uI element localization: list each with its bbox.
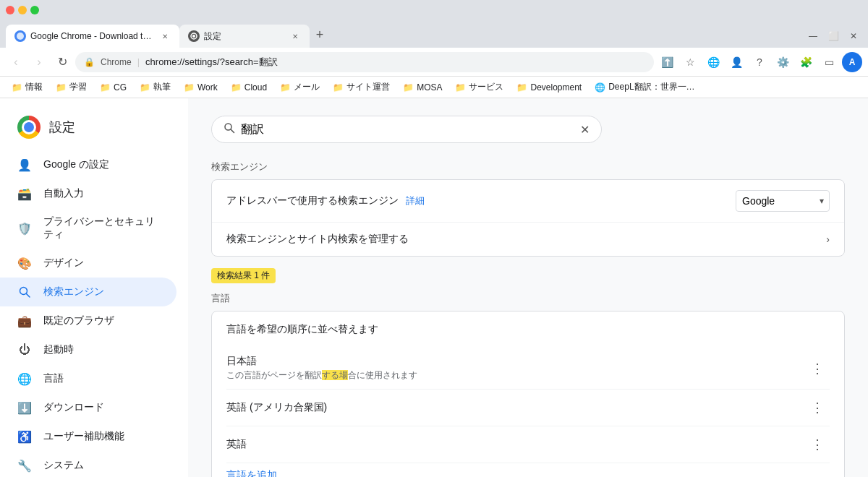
search-engine-card: アドレスバーで使用する検索エンジン 詳細 Google Bing Yahoo! … — [211, 179, 845, 257]
clear-search-button[interactable]: ✕ — [580, 123, 590, 137]
window-controls[interactable] — [6, 6, 39, 14]
help-button[interactable]: ? — [749, 52, 770, 72]
tab-1-favicon — [14, 30, 26, 42]
close-button[interactable] — [6, 6, 14, 14]
tab-2[interactable]: 設定 ✕ — [179, 25, 310, 48]
language-menu-button-english-us[interactable]: ⋮ — [805, 397, 830, 418]
bookmark-writing[interactable]: 📁 執筆 — [134, 78, 176, 96]
share-button[interactable]: ⬆️ — [657, 52, 677, 72]
sidebar-item-language[interactable]: 🌐 言語 — [0, 364, 176, 393]
minimize-button[interactable] — [18, 6, 27, 14]
bookmarks-bar: 📁 情報 📁 学習 📁 CG 📁 執筆 📁 Work 📁 Cloud 📁 メール… — [0, 77, 868, 98]
bookmark-deepl[interactable]: 🌐 DeepL翻訳：世界一… — [589, 78, 700, 96]
sidebar-item-accessibility[interactable]: ♿ ユーザー補助機能 — [0, 422, 176, 451]
extensions-button[interactable]: 🧩 — [796, 52, 816, 72]
manage-search-engines-row[interactable]: 検索エンジンとサイト内検索を管理する › — [212, 223, 844, 256]
bookmark-site-management[interactable]: 📁 サイト運営 — [327, 78, 396, 96]
content-area: ✕ 検索エンジン アドレスバーで使用する検索エンジン 詳細 Google Bin… — [188, 98, 868, 477]
bookmark-label: CG — [114, 82, 127, 93]
language-item-japanese: 日本語 この言語がページを翻訳する場合に使用されます ⋮ — [226, 348, 830, 390]
language-item-english-us: 英語 (アメリカ合衆国) ⋮ — [226, 390, 830, 426]
tab-controls: — ⬜ ✕ — [799, 27, 868, 45]
sidebar-item-downloads[interactable]: ⬇️ ダウンロード — [0, 393, 176, 422]
language-desc-japanese: この言語がページを翻訳する場合に使用されます — [226, 369, 805, 382]
search-engine-select[interactable]: Google Bing Yahoo! JAPAN DuckDuckGo — [736, 190, 830, 212]
shield-icon: 🛡️ — [17, 221, 32, 236]
bookmark-label: サイト運営 — [346, 81, 390, 93]
sidebar-item-design[interactable]: 🎨 デザイン — [0, 249, 176, 278]
bookmark-services[interactable]: 📁 サービス — [449, 78, 509, 96]
toolbar-actions: ⬆️ ☆ 🌐 👤 ? ⚙️ 🧩 ▭ A — [657, 52, 862, 72]
highlight-text: する場 — [322, 370, 348, 380]
bookmark-label: メール — [294, 81, 320, 93]
sidebar-item-privacy[interactable]: 🛡️ プライバシーとセキュリティ — [0, 208, 176, 249]
bookmark-label: Development — [530, 82, 582, 93]
sidebar-item-autofill[interactable]: 🗃️ 自動入力 — [0, 179, 176, 208]
bookmark-cg[interactable]: 📁 CG — [94, 80, 132, 95]
language-menu-button-japanese[interactable]: ⋮ — [805, 358, 830, 379]
profile-button[interactable]: 👤 — [726, 52, 746, 72]
tab-2-close[interactable]: ✕ — [289, 30, 301, 42]
close-window-button[interactable]: ✕ — [845, 27, 862, 45]
sidebar-item-default-browser[interactable]: 💼 既定のブラウザ — [0, 306, 176, 335]
sidebar-item-label: 自動入力 — [43, 187, 84, 200]
bookmark-button[interactable]: ☆ — [680, 52, 700, 72]
search-engine-label: アドレスバーで使用する検索エンジン — [226, 194, 399, 206]
folder-icon: 📁 — [403, 82, 414, 93]
bookmark-study[interactable]: 📁 学習 — [50, 78, 93, 96]
sidebar-item-system[interactable]: 🔧 システム — [0, 451, 176, 477]
reload-button[interactable]: ↻ — [52, 52, 72, 72]
bookmark-work[interactable]: 📁 Work — [178, 80, 224, 95]
avatar[interactable]: A — [842, 52, 862, 72]
sidebar-item-google-settings[interactable]: 👤 Google の設定 — [0, 150, 176, 179]
forward-button[interactable]: › — [29, 52, 49, 72]
default-search-engine-row[interactable]: アドレスバーで使用する検索エンジン 詳細 Google Bing Yahoo! … — [212, 180, 844, 223]
sidebar-item-label: 言語 — [43, 372, 64, 385]
lang-item-text: 日本語 この言語がページを翻訳する場合に使用されます — [226, 355, 805, 382]
language-name-english: 英語 — [226, 438, 805, 451]
sidebar-item-search-engine[interactable]: 検索エンジン — [0, 278, 176, 306]
bookmark-development[interactable]: 📁 Development — [511, 80, 587, 95]
language-menu-button-english[interactable]: ⋮ — [805, 434, 830, 455]
titlebar — [0, 0, 868, 20]
address-bar[interactable]: 🔒 Chrome | chrome://settings/?search=翻訳 — [75, 52, 654, 72]
folder-icon: 📁 — [12, 82, 22, 93]
minimize-window-button[interactable]: — — [804, 27, 822, 45]
lock-icon: 🔒 — [84, 57, 95, 67]
search-result-badge: 検索結果 1 件 — [211, 268, 276, 283]
tab-1-close[interactable]: ✕ — [159, 30, 171, 42]
settings-search-bar[interactable]: ✕ — [211, 116, 602, 143]
bookmark-label: Work — [197, 82, 218, 93]
bookmark-cloud[interactable]: 📁 Cloud — [225, 80, 273, 95]
sidebar-item-label: Google の設定 — [43, 158, 109, 171]
maximize-window-button[interactable]: ⬜ — [825, 27, 842, 45]
bookmark-mosa[interactable]: 📁 MOSA — [397, 80, 448, 95]
language-name-japanese: 日本語 — [226, 355, 805, 368]
search-input[interactable] — [241, 123, 574, 136]
folder-icon: 📁 — [56, 82, 67, 93]
search-icon — [224, 122, 235, 137]
bookmark-label: 執筆 — [153, 81, 171, 93]
new-tab-button[interactable]: + — [310, 25, 330, 45]
folder-icon: 📁 — [280, 82, 291, 93]
bookmark-info[interactable]: 📁 情報 — [6, 78, 48, 96]
address-url[interactable]: chrome://settings/?search=翻訳 — [145, 56, 645, 69]
sidebar-button[interactable]: ▭ — [819, 52, 839, 72]
add-language-link[interactable]: 言語を追加 — [226, 463, 830, 477]
sidebar-item-startup[interactable]: ⏻ 起動時 — [0, 335, 176, 364]
svg-line-4 — [27, 294, 30, 298]
tab-2-title: 設定 — [204, 30, 285, 43]
tab-1-title: Google Chrome - Download th... — [30, 31, 155, 41]
maximize-button[interactable] — [30, 6, 39, 14]
translate-icon[interactable]: 🌐 — [703, 52, 723, 72]
svg-point-2 — [192, 35, 195, 38]
back-button[interactable]: ‹ — [6, 52, 26, 72]
folder-icon: 📁 — [455, 82, 466, 93]
tab-1[interactable]: Google Chrome - Download th... ✕ — [6, 25, 179, 48]
lang-item-text: 英語 (アメリカ合衆国) — [226, 401, 805, 414]
settings-button[interactable]: ⚙️ — [773, 52, 793, 72]
deepl-icon: 🌐 — [595, 82, 605, 93]
bookmark-mail[interactable]: 📁 メール — [274, 78, 326, 96]
detail-link[interactable]: 詳細 — [406, 195, 425, 206]
search-engine-select-wrapper[interactable]: Google Bing Yahoo! JAPAN DuckDuckGo — [736, 190, 830, 212]
